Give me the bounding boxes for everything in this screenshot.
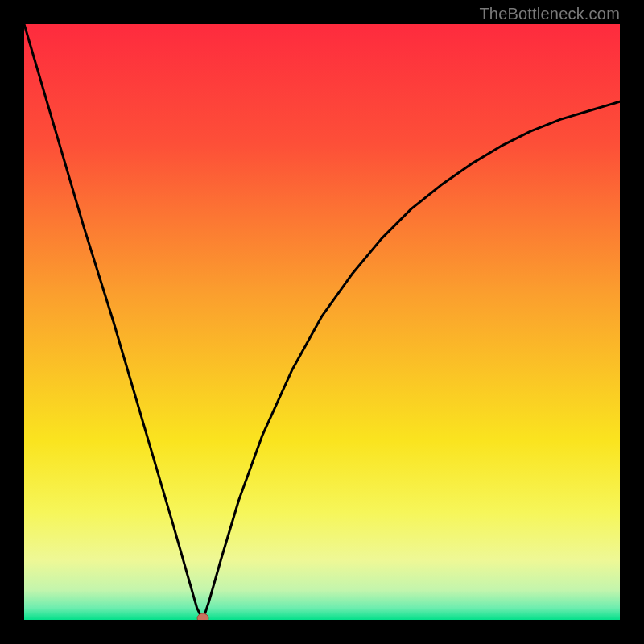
plot-area xyxy=(24,24,620,620)
chart-container: TheBottleneck.com xyxy=(0,0,644,644)
watermark-text: TheBottleneck.com xyxy=(479,5,620,23)
chart-svg xyxy=(24,24,620,620)
optimum-marker xyxy=(197,613,208,620)
